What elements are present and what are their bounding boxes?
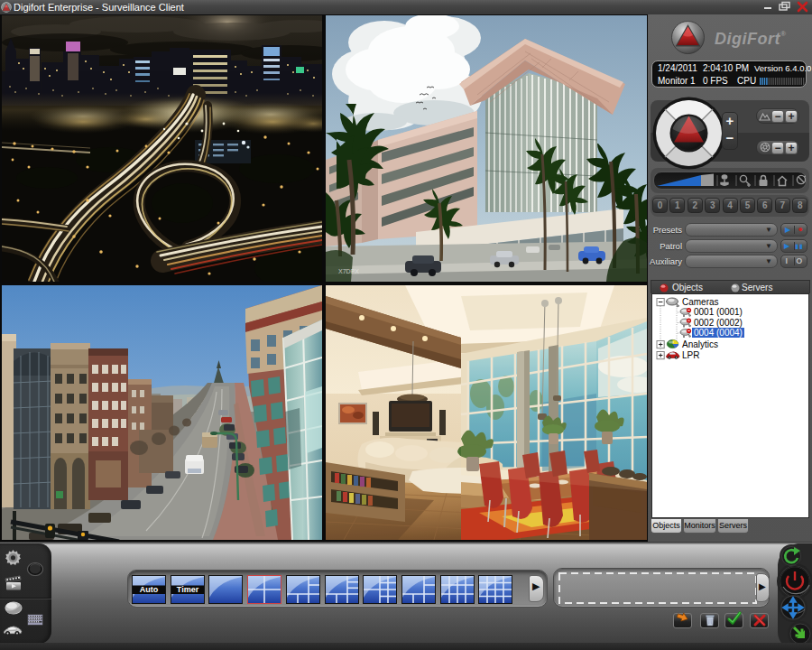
svg-text:Auto: Auto <box>140 585 159 594</box>
svg-text:X7DPX: X7DPX <box>338 268 359 274</box>
svg-text:Timer: Timer <box>177 585 199 594</box>
